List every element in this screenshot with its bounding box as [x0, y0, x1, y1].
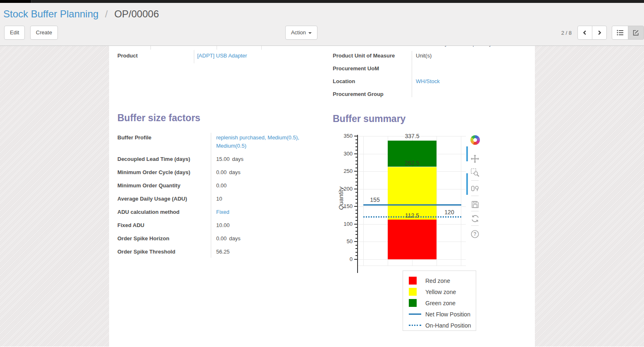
on-hand-position-swatch — [409, 325, 421, 326]
y-tick-label: 350 — [336, 133, 353, 139]
pan-icon — [470, 154, 479, 163]
form-view-icon — [632, 29, 639, 36]
breadcrumb-parent-link[interactable]: Stock Buffer Planning — [3, 8, 98, 19]
y-tick-label: 0 — [336, 256, 353, 263]
yellow-zone-swatch — [409, 288, 417, 296]
chart-annotation: 337.5 — [400, 133, 425, 140]
chart-gridline — [436, 136, 437, 266]
action-label: Action — [291, 29, 306, 36]
zone-red-zone[interactable] — [388, 220, 436, 259]
legend-item-red-zone[interactable]: Red zone — [409, 275, 476, 286]
pager-next-button[interactable] — [592, 26, 607, 40]
plotly-logo-icon — [470, 135, 480, 145]
legend-label: Green zone — [425, 300, 456, 306]
chart-gridline — [363, 136, 364, 266]
legend-swatch — [409, 313, 421, 315]
legend-label: On-Hand Position — [425, 322, 471, 329]
zoom-button[interactable] — [470, 167, 480, 178]
legend-label: Red zone — [425, 278, 450, 284]
modebar-separator — [471, 211, 479, 211]
pager-previous-button[interactable] — [577, 26, 592, 40]
list-view-icon — [616, 29, 624, 36]
y-axis-line — [357, 135, 358, 273]
net-flow-position-line[interactable] — [363, 204, 461, 206]
chart-annotation: 120 — [442, 209, 457, 216]
pager-counter: 2 / 8 — [561, 30, 572, 36]
chevron-left-icon — [582, 29, 588, 36]
modebar-separator — [471, 196, 479, 196]
pager-and-views: 2 / 8 — [561, 26, 644, 40]
legend-label: Yellow zone — [425, 289, 456, 295]
app-menu-stub[interactable] — [0, 0, 31, 3]
legend-swatch — [409, 288, 421, 296]
chart-gridline — [358, 259, 466, 260]
record-buttons: Edit Create — [4, 26, 58, 40]
view-switcher-group — [612, 26, 644, 40]
control-panel: Stock Buffer Planning / OP/00006 Edit Cr… — [0, 3, 644, 46]
modebar-separator — [471, 180, 479, 181]
active-mode-indicator — [466, 146, 468, 161]
y-tick-label: 300 — [336, 151, 353, 157]
modebar-separator — [471, 225, 479, 226]
legend-item-green-zone[interactable]: Green zone — [409, 297, 476, 309]
form-sheet: My Company Product[ADPT] USB Adapter Pro… — [109, 46, 535, 347]
chart-gridline — [358, 266, 466, 266]
legend-item-on-hand-position[interactable]: On-Hand Position — [409, 320, 476, 331]
legend-swatch — [409, 299, 421, 307]
chart-legend: Red zoneYellow zoneGreen zoneNet Flow Po… — [403, 270, 476, 331]
active-mode-indicator — [466, 173, 468, 195]
zone-yellow-zone[interactable] — [388, 167, 436, 220]
breadcrumb-separator: / — [105, 8, 108, 19]
legend-swatch — [409, 277, 421, 285]
plotly-logo-button[interactable] — [470, 134, 480, 145]
chevron-right-icon — [596, 29, 602, 36]
red-zone-swatch — [409, 277, 417, 285]
action-dropdown-button[interactable]: Action — [285, 26, 317, 40]
reset-refresh-icon — [471, 214, 479, 223]
compare-hover-icon — [470, 184, 479, 193]
content-area: My Company Product[ADPT] USB Adapter Pro… — [0, 46, 644, 347]
y-tick-label: 100 — [336, 221, 353, 227]
legend-label: Net Flow Position — [425, 311, 470, 318]
zoom-box-icon — [470, 168, 479, 177]
y-tick-label: 250 — [336, 168, 353, 175]
help-icon: ? — [470, 230, 479, 239]
edit-button[interactable]: Edit — [4, 26, 25, 40]
caret-down-icon — [308, 32, 312, 34]
pager-nav-group — [577, 26, 607, 40]
save-button[interactable] — [470, 199, 480, 210]
chart-gridline — [461, 136, 461, 266]
compare-hover-button[interactable] — [470, 183, 480, 194]
action-area: Action — [285, 26, 317, 40]
control-panel-buttons: Edit Create Action 2 / 8 — [0, 24, 644, 42]
legend-item-net-flow-position[interactable]: Net Flow Position — [409, 309, 476, 320]
chart-annotation: 112.5 — [400, 212, 425, 219]
form-view-button[interactable] — [628, 26, 644, 40]
breadcrumb-current: OP/00006 — [114, 8, 159, 19]
green-zone-swatch — [409, 299, 417, 307]
list-view-button[interactable] — [612, 26, 628, 40]
svg-text:?: ? — [473, 231, 476, 237]
net-flow-position-swatch — [409, 313, 421, 315]
save-floppy-icon — [471, 200, 479, 209]
y-axis-title: Quantity — [337, 180, 344, 217]
create-button[interactable]: Create — [30, 26, 58, 40]
help-button[interactable]: ? — [470, 229, 480, 239]
legend-swatch — [409, 325, 421, 326]
pan-button[interactable] — [470, 153, 480, 164]
breadcrumb: Stock Buffer Planning / OP/00006 — [0, 3, 644, 24]
chart-annotation: 155 — [367, 196, 382, 203]
reset-axes-button[interactable] — [470, 213, 480, 224]
top-navbar — [0, 0, 644, 3]
legend-item-yellow-zone[interactable]: Yellow zone — [409, 286, 476, 297]
chart-annotation: 262.5 — [400, 160, 425, 167]
y-tick-label: 50 — [336, 238, 353, 245]
